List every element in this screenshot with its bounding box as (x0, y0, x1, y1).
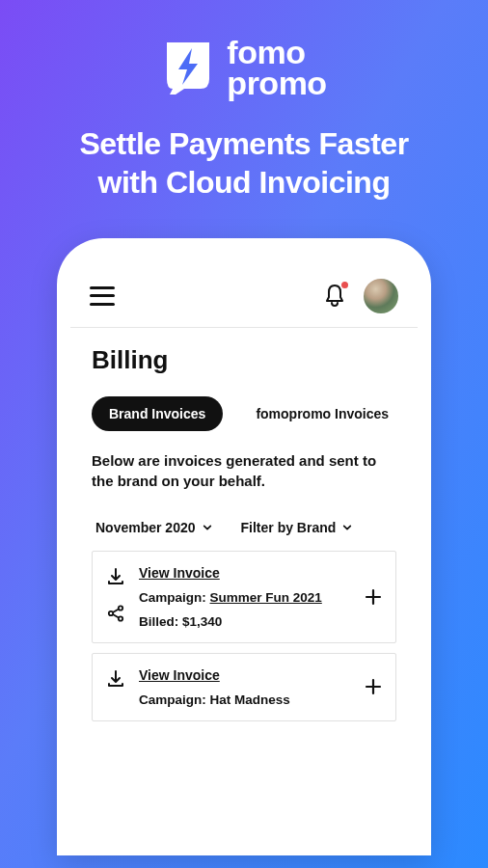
svg-point-2 (119, 616, 122, 620)
notifications-button[interactable] (323, 284, 346, 309)
share-button[interactable] (106, 604, 125, 623)
brand-line1: fomo (227, 37, 326, 68)
tab-fomopromo-invoices[interactable]: fomopromo Invoices (238, 396, 406, 431)
card-icon-column (106, 667, 125, 689)
headline-line1: Settle Payments Faster (79, 124, 408, 163)
brand-filter[interactable]: Filter by Brand (241, 520, 353, 535)
chevron-down-icon (342, 523, 352, 532)
tab-label: Brand Invoices (109, 406, 205, 421)
expand-button[interactable] (365, 588, 382, 606)
app-screen: Billing Brand Invoices fomopromo Invoice… (70, 252, 418, 842)
share-icon (106, 604, 125, 623)
brand-line2: promo (227, 68, 326, 98)
download-icon (106, 669, 125, 689)
plus-icon (365, 678, 382, 695)
campaign-line: Campaign: Summer Fun 2021 (139, 590, 382, 605)
invoice-card: View Invoice Campaign: Summer Fun 2021 B… (92, 551, 396, 643)
view-invoice-link[interactable]: View Invoice (139, 667, 382, 683)
bolt-badge-icon (161, 41, 215, 95)
phone-notch (167, 238, 321, 263)
campaign-label: Campaign (139, 590, 202, 605)
billed-value: $1,340 (182, 614, 222, 629)
tab-description: Below are invoices generated and sent to… (92, 450, 381, 491)
notification-dot (341, 282, 348, 288)
filter-row: November 2020 Filter by Brand (92, 520, 396, 535)
download-button[interactable] (106, 567, 125, 586)
menu-icon[interactable] (90, 286, 115, 306)
headline-line2: with Cloud Invoicing (79, 163, 408, 202)
download-button[interactable] (106, 669, 125, 689)
topbar-right (323, 279, 398, 313)
plus-icon (365, 588, 382, 606)
chevron-down-icon (203, 523, 212, 532)
campaign-line: Campaign: Hat Madness (139, 692, 382, 707)
card-icon-column (106, 565, 125, 623)
campaign-label: Campaign (139, 692, 202, 707)
avatar[interactable] (364, 279, 398, 313)
invoice-card: View Invoice Campaign: Hat Madness (92, 653, 396, 721)
content-area: Billing Brand Invoices fomopromo Invoice… (70, 328, 418, 842)
promo-headline: Settle Payments Faster with Cloud Invoic… (79, 124, 408, 202)
phone-mockup: Billing Brand Invoices fomopromo Invoice… (57, 238, 431, 855)
svg-point-0 (109, 610, 113, 614)
invoice-tabs: Brand Invoices fomopromo Invoices (92, 396, 396, 431)
date-filter[interactable]: November 2020 (95, 520, 212, 535)
phone-frame: Billing Brand Invoices fomopromo Invoice… (57, 238, 431, 855)
expand-button[interactable] (365, 678, 382, 695)
date-filter-label: November 2020 (95, 520, 196, 535)
tab-label: fomopromo Invoices (256, 406, 389, 421)
page-title: Billing (92, 345, 396, 375)
billed-line: Billed: $1,340 (139, 614, 382, 629)
svg-point-1 (119, 606, 122, 610)
campaign-name: Hat Madness (210, 692, 290, 707)
brand-name: fomo promo (227, 37, 326, 99)
brand-logo: fomo promo (161, 37, 326, 99)
tab-brand-invoices[interactable]: Brand Invoices (92, 396, 223, 431)
download-icon (106, 567, 125, 586)
card-body: View Invoice Campaign: Summer Fun 2021 B… (139, 565, 382, 629)
brand-filter-label: Filter by Brand (241, 520, 337, 535)
promo-background: fomo promo Settle Payments Faster with C… (0, 0, 488, 868)
view-invoice-link[interactable]: View Invoice (139, 565, 382, 581)
billed-label: Billed (139, 614, 175, 629)
campaign-name[interactable]: Summer Fun 2021 (210, 590, 322, 605)
card-body: View Invoice Campaign: Hat Madness (139, 667, 382, 707)
